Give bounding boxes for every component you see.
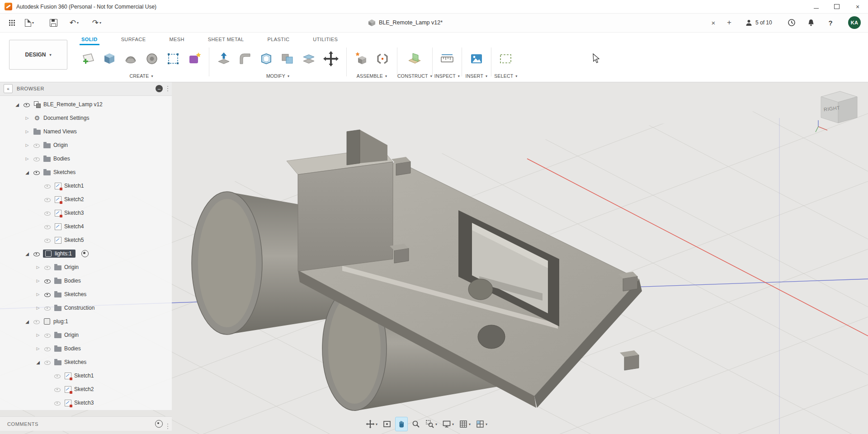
eye-visibility-icon[interactable] <box>54 386 61 393</box>
expand-comments-icon[interactable] <box>155 420 163 428</box>
collapse-panel-icon[interactable]: « <box>4 84 13 93</box>
close-button[interactable]: × <box>847 0 868 13</box>
tab-plastic[interactable]: PLASTIC <box>267 34 291 44</box>
expand-arrow-icon[interactable]: ▷ <box>34 306 42 310</box>
tree-row-sketch3[interactable]: Sketch3 <box>0 206 172 220</box>
eye-visibility-icon[interactable] <box>44 345 52 352</box>
tree-row-bodies[interactable]: ▷ Bodies <box>0 152 172 165</box>
group-label-create[interactable]: CREATE▾ <box>129 72 153 80</box>
workspace-selector[interactable]: DESIGN ▾ <box>9 40 67 70</box>
tree-row-sketch5[interactable]: Sketch5 <box>0 233 172 247</box>
expand-arrow-icon[interactable]: ▷ <box>34 278 42 283</box>
joint-icon[interactable] <box>374 50 391 67</box>
panel-drag-handle[interactable] <box>167 86 168 87</box>
recent-activity-button[interactable] <box>786 17 797 28</box>
close-document-tab-button[interactable]: × <box>708 17 719 28</box>
group-label-insert[interactable]: INSERT▾ <box>466 72 488 80</box>
tab-utilities[interactable]: UTILITIES <box>312 34 339 44</box>
expand-arrow-icon[interactable]: ◢ <box>34 360 42 365</box>
eye-visibility-icon[interactable] <box>44 264 52 271</box>
create-form-icon[interactable] <box>186 50 203 67</box>
fillet-icon[interactable] <box>236 50 254 67</box>
eye-visibility-icon[interactable] <box>44 223 52 230</box>
expand-arrow-icon[interactable]: ▷ <box>24 143 31 147</box>
zoom-tool-button[interactable] <box>410 417 422 431</box>
document-tab[interactable]: BLE_Remote_Lamp v12* <box>362 13 449 32</box>
eye-visibility-icon[interactable] <box>44 183 52 189</box>
undo-button[interactable]: ↶ ▾ <box>66 16 82 29</box>
selected-item-highlight[interactable]: lights:1 <box>43 250 75 258</box>
tree-row-lights-sketches[interactable]: ▷ Sketches <box>0 288 172 301</box>
offset-face-icon[interactable] <box>300 50 317 67</box>
revolve-icon[interactable] <box>122 50 139 67</box>
comments-panel[interactable]: COMMENTS <box>0 416 172 431</box>
activate-component-radio[interactable] <box>81 250 89 257</box>
expand-arrow-icon[interactable]: ▷ <box>34 346 42 351</box>
eye-visibility-icon[interactable] <box>23 101 31 108</box>
tree-row-plug-sketch3[interactable]: Sketch3 <box>0 396 172 410</box>
expand-arrow-icon[interactable]: ▷ <box>24 129 31 134</box>
tree-row-plug-sketch2[interactable]: Sketch2 <box>0 382 172 396</box>
tab-solid[interactable]: SOLID <box>80 34 99 44</box>
help-button[interactable]: ? <box>825 17 836 28</box>
expand-arrow-icon[interactable]: ▷ <box>24 156 31 161</box>
eye-visibility-icon[interactable] <box>44 237 52 244</box>
eye-visibility-icon[interactable] <box>54 373 61 379</box>
tree-row-lights-component[interactable]: ◢ lights:1 <box>0 247 172 260</box>
construction-plane-icon[interactable] <box>406 50 423 67</box>
expand-arrow-icon[interactable]: ◢ <box>14 102 21 107</box>
primitive-cylinder-icon[interactable] <box>143 50 160 67</box>
group-label-inspect[interactable]: INSPECT▾ <box>434 72 460 80</box>
tab-sheet-metal[interactable]: SHEET METAL <box>207 34 245 44</box>
tree-row-plug-sketch1[interactable]: Sketch1 <box>0 369 172 382</box>
tree-row-lights-bodies[interactable]: ▷ Bodies <box>0 274 172 288</box>
grid-settings-button[interactable]: ▾ <box>458 417 472 431</box>
expand-arrow-icon[interactable]: ▷ <box>34 292 42 297</box>
viewports-button[interactable]: ▾ <box>474 417 489 431</box>
measure-icon[interactable] <box>439 50 456 67</box>
group-label-modify[interactable]: MODIFY▾ <box>266 72 289 80</box>
tree-row-sketch2[interactable]: Sketch2 <box>0 193 172 206</box>
minimize-button[interactable] <box>806 0 826 13</box>
eye-visibility-icon[interactable] <box>33 142 41 149</box>
eye-visibility-icon[interactable] <box>44 291 52 298</box>
new-component-icon[interactable] <box>353 50 370 67</box>
eye-visibility-icon[interactable] <box>44 305 52 311</box>
eye-visibility-icon[interactable] <box>44 278 52 284</box>
tab-mesh[interactable]: MESH <box>168 34 185 44</box>
orbit-tool-button[interactable]: ▾ <box>364 417 379 431</box>
job-status-button[interactable]: 5 of 10 <box>745 13 772 32</box>
move-copy-icon[interactable] <box>321 50 340 67</box>
app-grid-menu-button[interactable] <box>5 16 18 29</box>
look-at-button[interactable] <box>381 417 393 431</box>
eye-visibility-icon[interactable] <box>44 210 52 217</box>
display-settings-button[interactable]: ▾ <box>441 417 455 431</box>
tab-surface[interactable]: SURFACE <box>120 34 147 44</box>
tree-row-plug-origin[interactable]: ▷ Origin <box>0 328 172 342</box>
maximize-button[interactable] <box>826 0 847 13</box>
pan-tool-button[interactable] <box>395 417 408 431</box>
tree-row-plug-bodies[interactable]: ▷ Bodies <box>0 342 172 355</box>
expand-arrow-icon[interactable]: ◢ <box>24 170 31 175</box>
save-button[interactable] <box>47 16 60 29</box>
combine-icon[interactable] <box>279 50 296 67</box>
expand-arrow-icon[interactable]: ◢ <box>24 251 31 256</box>
expand-arrow-icon[interactable]: ▷ <box>34 265 42 269</box>
eye-visibility-icon[interactable] <box>44 332 52 339</box>
shell-icon[interactable] <box>258 50 275 67</box>
eye-visibility-icon[interactable] <box>33 250 41 257</box>
group-label-select[interactable]: SELECT▾ <box>494 72 517 80</box>
minimize-panel-icon[interactable]: – <box>156 85 163 92</box>
tree-row-sketch4[interactable]: Sketch4 <box>0 220 172 233</box>
zoom-window-button[interactable]: ▾ <box>424 417 439 431</box>
3d-model-lamp-assembly[interactable] <box>192 130 642 411</box>
tree-row-lights-origin[interactable]: ▷ Origin <box>0 260 172 274</box>
eye-visibility-icon[interactable] <box>54 400 61 406</box>
insert-canvas-icon[interactable] <box>468 50 485 67</box>
tree-row-plug-component[interactable]: ◢ plug:1 <box>0 315 172 328</box>
extrude-icon[interactable] <box>101 50 118 67</box>
view-cube[interactable]: RIGHT <box>814 90 864 135</box>
eye-visibility-icon[interactable] <box>44 196 52 203</box>
tree-row-origin[interactable]: ▷ Origin <box>0 138 172 152</box>
expand-arrow-icon[interactable]: ▷ <box>24 116 31 120</box>
